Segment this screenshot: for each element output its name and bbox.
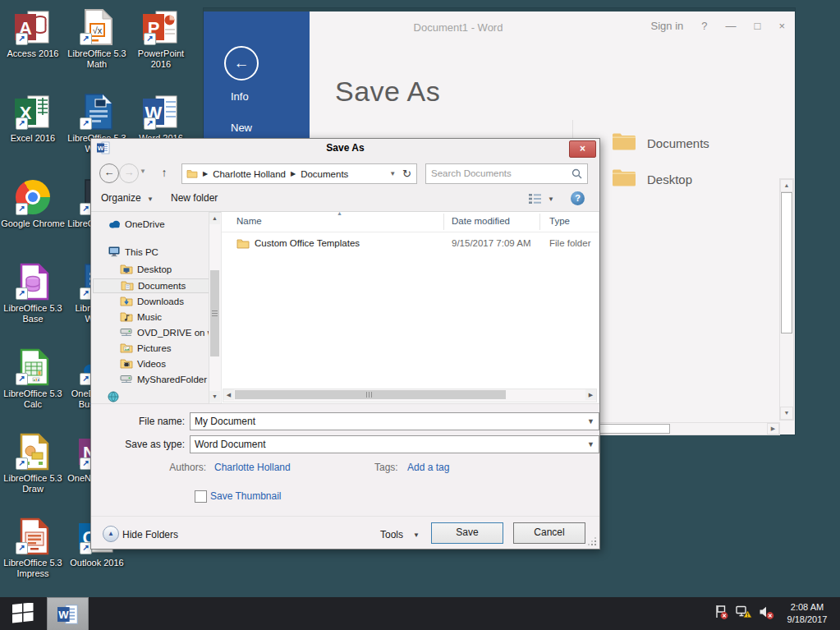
recent-folder-desktop[interactable]: Desktop	[612, 168, 692, 191]
column-header-type[interactable]: Type	[549, 216, 570, 226]
hide-folders-button[interactable]: Hide Folders	[122, 529, 178, 540]
action-center-flag-icon[interactable]	[713, 604, 729, 623]
organize-button[interactable]: Organize ▼	[101, 192, 154, 204]
cancel-button[interactable]: Cancel	[513, 522, 585, 544]
dialog-bottom-pane: File name: My Document ▼ Save as type: W…	[91, 403, 599, 549]
views-dropdown-icon[interactable]: ▼	[548, 195, 554, 203]
tools-chevron-icon[interactable]: ▼	[413, 531, 420, 539]
desktop-icon-powerpoint-2016[interactable]: P ↗ PowerPoint 2016	[129, 8, 193, 70]
dialog-titlebar[interactable]: W Save As ×	[91, 139, 599, 158]
back-button[interactable]: ←	[99, 163, 119, 183]
shortcut-arrow-icon: ↗	[16, 203, 28, 215]
backstage-page-title: Save As	[335, 76, 440, 108]
scroll-up-icon[interactable]: ▲	[209, 213, 220, 224]
desktop-icon-libreoffice-base[interactable]: ↗ LibreOffice 5.3 Base	[1, 263, 65, 324]
cell-name: Custom Office Templates	[255, 238, 360, 248]
hide-folders-arrow-icon[interactable]: ▲	[103, 526, 119, 542]
column-separator[interactable]	[443, 214, 444, 230]
tags-label: Tags:	[374, 462, 398, 473]
videos-folder-icon	[120, 357, 133, 370]
search-box[interactable]	[425, 163, 588, 184]
save-thumbnail-checkbox[interactable]	[195, 490, 207, 503]
backstage-back-button[interactable]: ←	[224, 46, 259, 80]
tools-dropdown[interactable]: Tools	[380, 529, 403, 540]
taskbar-clock[interactable]: 2:08 AM 9/18/2017	[778, 601, 837, 626]
minimize-icon[interactable]: —	[726, 20, 737, 32]
file-list: Name ▲ Date modified Type Custom Office …	[221, 212, 599, 404]
new-folder-button[interactable]: New folder	[171, 192, 218, 204]
authors-value[interactable]: Charlotte Holland	[214, 462, 291, 473]
help-icon[interactable]: ?	[701, 20, 707, 32]
file-name-input[interactable]: My Document ▼	[190, 412, 599, 430]
search-icon	[571, 168, 582, 182]
address-dropdown-icon[interactable]: ▼	[389, 170, 402, 177]
views-icon[interactable]	[528, 193, 542, 207]
save-thumbnail-label[interactable]: Save Thumbnail	[210, 490, 282, 502]
file-list-header: Name ▲ Date modified Type	[222, 212, 599, 232]
desktop-icon-libreoffice-calc[interactable]: ↗ LibreOffice 5.3 Calc	[1, 348, 65, 410]
desktop-icon-word-2016[interactable]: W ↗ Word 2016	[129, 93, 193, 144]
save-button[interactable]: Save	[431, 522, 503, 544]
column-separator[interactable]	[539, 214, 540, 230]
desktop-icon-excel-2016[interactable]: X ↗ Excel 2016	[1, 93, 65, 144]
start-button[interactable]	[0, 597, 46, 630]
chevron-down-icon[interactable]: ▼	[587, 440, 594, 448]
scroll-down-icon[interactable]: ▼	[209, 391, 220, 402]
column-header-date-modified[interactable]: Date modified	[452, 216, 510, 226]
taskbar-word-button[interactable]: W	[47, 597, 89, 630]
table-row[interactable]: Custom Office Templates 9/15/2017 7:09 A…	[222, 236, 599, 252]
desktop-icon-label: Outlook 2016	[70, 558, 123, 568]
nav-item-onedrive[interactable]: OneDrive	[93, 217, 222, 232]
help-icon[interactable]: ?	[571, 191, 585, 205]
scrollbar-thumb[interactable]	[235, 390, 506, 399]
documents-folder-icon	[121, 279, 134, 292]
desktop-icon-libreoffice-math[interactable]: √x ↗ LibreOffice 5.3 Math	[65, 8, 129, 70]
breadcrumb-charlotte-holland[interactable]: Charlotte Holland	[213, 169, 286, 179]
save-as-type-select[interactable]: Word Document ▼	[190, 435, 599, 453]
forward-button[interactable]: →	[119, 163, 139, 183]
scrollbar-thumb[interactable]	[210, 270, 219, 356]
svg-text:W: W	[58, 609, 69, 621]
up-button[interactable]: ↑	[155, 163, 173, 182]
scroll-right-icon[interactable]: ▶	[767, 423, 779, 435]
desktop-icon-access-2016[interactable]: A ↗ Access 2016	[1, 8, 65, 59]
column-header-name[interactable]: Name	[236, 216, 262, 226]
music-folder-icon	[120, 310, 133, 324]
desktop-icon-libreoffice-draw[interactable]: ↗ LibreOffice 5.3 Draw	[1, 433, 65, 494]
refresh-icon[interactable]: ↻	[402, 168, 416, 180]
close-icon[interactable]: ×	[569, 140, 596, 158]
desktop-icon-libreoffice-impress[interactable]: ↗ LibreOffice 5.3 Impress	[1, 517, 65, 579]
scroll-left-icon[interactable]: ◀	[223, 389, 234, 400]
authors-label: Authors:	[136, 462, 206, 473]
onedrive-icon	[108, 218, 121, 230]
tags-add-a-tag[interactable]: Add a tag	[407, 462, 449, 473]
clock-time: 2:08 AM	[778, 601, 837, 614]
scroll-down-icon[interactable]: ▼	[780, 407, 793, 420]
sort-ascending-icon: ▲	[337, 210, 342, 216]
backstage-item-info[interactable]: Info	[231, 90, 249, 103]
search-input[interactable]	[426, 164, 571, 182]
recent-locations-chevron-icon[interactable]: ▼	[140, 168, 146, 175]
maximize-icon[interactable]: □	[755, 20, 761, 32]
volume-muted-icon[interactable]	[758, 604, 774, 623]
scroll-up-icon[interactable]: ▲	[780, 179, 793, 192]
file-list-horizontal-scrollbar[interactable]: ◀ ▶	[223, 389, 597, 402]
word-vertical-scrollbar[interactable]: ▲ ▼	[779, 178, 794, 421]
word-horizontal-scrollbar[interactable]: ▶	[575, 422, 780, 435]
backstage-item-new[interactable]: New	[231, 122, 252, 134]
breadcrumb-documents[interactable]: Documents	[301, 169, 348, 179]
chevron-down-icon[interactable]: ▼	[587, 417, 594, 425]
network-warning-icon[interactable]	[735, 604, 752, 623]
computer-icon	[108, 246, 121, 259]
desktop-icon-google-chrome[interactable]: ↗ Google Chrome	[1, 178, 65, 229]
nav-item-this-pc[interactable]: This PC	[93, 245, 222, 260]
address-bar[interactable]: ▶ Charlotte Holland ▶ Documents ▼ ↻	[181, 163, 417, 184]
scrollbar-thumb[interactable]	[781, 192, 792, 333]
resize-grip[interactable]	[589, 538, 597, 546]
recent-folder-documents[interactable]: Documents	[612, 131, 709, 154]
close-icon[interactable]: ×	[778, 20, 785, 32]
sign-in-button[interactable]: Sign in	[651, 20, 684, 32]
chevron-down-icon: ▼	[144, 195, 154, 203]
scroll-right-icon[interactable]: ▶	[585, 389, 596, 400]
dialog-toolbar: Organize ▼ New folder ▼ ?	[91, 188, 599, 209]
